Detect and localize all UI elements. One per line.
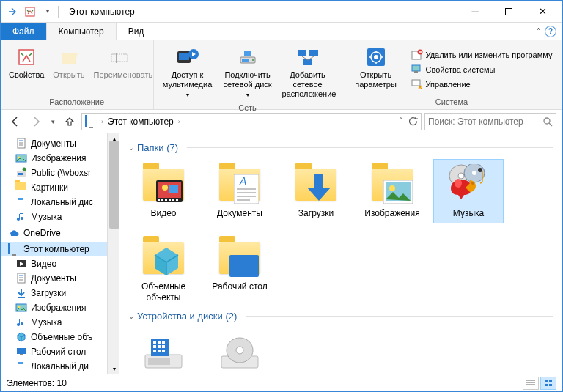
search-icon[interactable]	[542, 117, 553, 127]
tree-item-label: Объемные объ	[31, 332, 92, 342]
tree-item[interactable]: Локальный ди	[1, 359, 107, 374]
svg-rect-39	[18, 173, 23, 175]
tree-item-label: Загрузки	[31, 288, 66, 298]
svg-rect-85	[158, 345, 161, 348]
icons-view-button[interactable]	[540, 377, 556, 390]
tab-file[interactable]: Файл	[1, 23, 46, 40]
tree-item[interactable]: Музыка	[1, 210, 107, 224]
tree-item[interactable]: Public (\\vboxsr	[1, 166, 107, 180]
tree-item[interactable]: OneDrive	[1, 226, 107, 240]
close-button[interactable]: ✕	[526, 1, 559, 22]
tree-item-icon	[15, 346, 27, 358]
qat-dropdown-icon[interactable]: ▾	[42, 6, 54, 18]
address-field[interactable]: › Этот компьютер › ˅	[81, 113, 422, 130]
content-pane[interactable]: ⌄Папки (7)ВидеоAДокументыЗагрузкиИзображ…	[119, 133, 562, 374]
chevron-down-icon: ⌄	[128, 312, 134, 320]
breadcrumb[interactable]: Этот компьютер	[108, 117, 174, 127]
ribbon-help: ˄ ?	[537, 23, 562, 40]
item-label: Документы	[217, 208, 262, 218]
scroll-thumb[interactable]	[109, 141, 119, 229]
tree-item[interactable]: Видео	[1, 256, 107, 271]
tree-item[interactable]: Картинки	[1, 180, 107, 195]
properties-button[interactable]: Свойства	[5, 43, 48, 96]
item-grid	[128, 328, 553, 374]
open-settings-button[interactable]: Открыть параметры	[347, 43, 405, 96]
details-view-button[interactable]	[523, 377, 539, 390]
minimize-button[interactable]: ─	[458, 1, 492, 22]
window-controls: ─ ✕	[458, 1, 559, 22]
tree-item-label: Изображения	[31, 303, 86, 313]
help-icon[interactable]: ?	[545, 26, 556, 37]
tree-item-icon	[15, 138, 27, 149]
group-header[interactable]: ⌄Папки (7)	[128, 142, 553, 153]
maximize-button[interactable]	[492, 1, 526, 22]
folder-item[interactable]: Объемные объекты	[128, 232, 199, 308]
tree-item[interactable]: Объемные объ	[1, 330, 107, 344]
scroll-down-icon[interactable]: ▾	[109, 363, 119, 374]
item-label: Загрузки	[298, 208, 334, 218]
folder-item[interactable]: Загрузки	[281, 159, 351, 223]
tree-item[interactable]: Музыка	[1, 315, 107, 330]
item-label: Рабочий стол	[212, 281, 267, 292]
ribbon-group-location: Свойства Открыть Переименовать Расположе…	[1, 40, 154, 109]
svg-rect-89	[162, 350, 165, 352]
tree-item[interactable]: Изображения	[1, 151, 107, 166]
svg-rect-86	[162, 345, 165, 348]
tree-item-icon	[8, 243, 20, 255]
quick-access-toolbar: ▾	[4, 6, 54, 18]
folder-icon	[140, 164, 187, 205]
folder-item[interactable]: Видео	[128, 159, 199, 223]
svg-point-92	[236, 347, 243, 354]
svg-rect-82	[158, 341, 161, 344]
ribbon-collapse-icon[interactable]: ˄	[537, 27, 540, 35]
folder-item[interactable]: AДокументы	[205, 159, 275, 223]
qat-properties-icon[interactable]	[24, 6, 36, 18]
uninstall-program-button[interactable]: Удалить или изменить программу	[410, 48, 554, 62]
svg-rect-81	[153, 341, 156, 344]
tree-scrollbar[interactable]: ▴ ▾	[108, 133, 119, 374]
tree-item[interactable]: Изображения	[1, 300, 107, 315]
qat-back-icon[interactable]	[7, 6, 18, 18]
tree-item[interactable]: Локальный дис	[1, 195, 107, 210]
up-button[interactable]	[61, 113, 78, 130]
map-drive-button[interactable]: Подключить сетевой диск ▾	[218, 43, 277, 102]
search-field[interactable]	[424, 113, 556, 130]
svg-rect-59	[172, 199, 174, 201]
folder-item[interactable]: Изображения	[357, 159, 427, 223]
folder-icon: A	[216, 164, 263, 205]
tree-item[interactable]: Документы	[1, 271, 107, 286]
chevron-down-icon: ⌄	[128, 144, 134, 152]
drive-item[interactable]	[205, 328, 275, 374]
svg-point-40	[23, 168, 26, 171]
refresh-icon[interactable]	[408, 117, 418, 127]
system-properties-button[interactable]: Свойства системы	[410, 63, 554, 76]
tree-item[interactable]: Документы	[1, 136, 107, 151]
folder-item[interactable]: Рабочий стол	[205, 232, 275, 308]
folder-item[interactable]: Музыка	[433, 159, 504, 223]
tree-item-label: Public (\\vboxsr	[31, 168, 91, 178]
tree-item[interactable]: Загрузки	[1, 286, 107, 300]
svg-rect-83	[162, 341, 165, 344]
search-input[interactable]	[428, 117, 542, 127]
item-grid: ВидеоAДокументыЗагрузкиИзображенияМузыка…	[128, 159, 553, 308]
group-header[interactable]: ⌄Устройства и диски (2)	[128, 311, 553, 322]
group-title: Устройства и диски (2)	[137, 311, 237, 322]
tree-item[interactable]: Этот компьютер	[1, 242, 107, 256]
tree-item[interactable]: Рабочий стол	[1, 344, 107, 359]
tab-computer[interactable]: Компьютер	[46, 23, 117, 40]
drive-item[interactable]	[128, 328, 199, 374]
svg-rect-50	[20, 354, 23, 355]
media-access-button[interactable]: Доступ к мультимедиа ▾	[158, 43, 217, 102]
folder-icon	[292, 164, 339, 205]
add-network-button[interactable]: Добавить сетевое расположение	[279, 43, 337, 102]
tab-view[interactable]: Вид	[117, 23, 156, 40]
navigation-tree[interactable]: ДокументыИзображенияPublic (\\vboxsrКарт…	[1, 133, 108, 374]
recent-dropdown[interactable]: ▾	[48, 113, 58, 130]
address-dropdown-icon[interactable]: ˅	[397, 117, 406, 127]
manage-button[interactable]: Управление	[410, 78, 554, 91]
svg-rect-2	[19, 50, 34, 64]
back-button[interactable]	[7, 113, 24, 130]
forward-button[interactable]	[27, 113, 45, 130]
svg-rect-79	[148, 358, 170, 365]
tree-item-icon	[15, 258, 27, 270]
